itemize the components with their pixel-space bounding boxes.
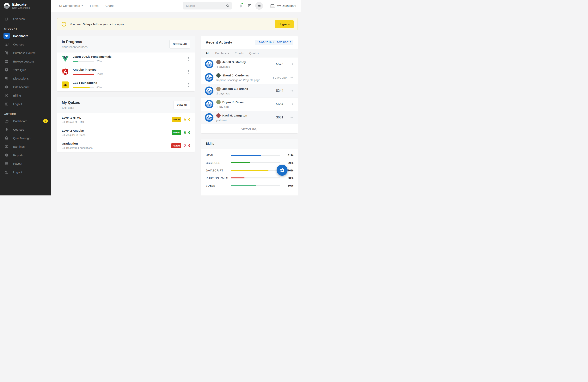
sidebar-item-label: Quiz Manager xyxy=(13,136,31,140)
pulse-logo-icon xyxy=(205,60,213,68)
date-from[interactable]: 13/03/2018 xyxy=(257,41,272,44)
sidebar-item-payout[interactable]: Payout xyxy=(0,159,51,168)
question-bubble-icon xyxy=(3,67,10,73)
activity-row[interactable]: Sherri J. Cardenas Improve spacings on P… xyxy=(201,71,298,84)
topbar-divider xyxy=(267,0,267,12)
progress-fill xyxy=(73,74,94,75)
chat-icon xyxy=(3,75,10,81)
sidebar-item-logout[interactable]: Logout xyxy=(0,100,51,108)
arrow-right-icon[interactable] xyxy=(290,76,294,79)
activity-amount: $664 xyxy=(276,102,283,106)
my-dashboard-link[interactable]: My Dashboard xyxy=(270,4,299,8)
course-row[interactable]: JS ES6 Foundations 80% xyxy=(57,78,195,91)
sidebar-item-billing[interactable]: $ Billing xyxy=(0,91,51,100)
nav-link-label: Charts xyxy=(105,4,114,8)
nav-link-ui-components[interactable]: UI Components ▼ xyxy=(59,4,83,8)
nav-link-forms[interactable]: Forms xyxy=(90,4,99,8)
bell-icon xyxy=(239,4,243,8)
sidebar-item-author-courses[interactable]: Courses xyxy=(0,125,51,134)
activity-row[interactable]: Kaci M. Langston just now $631 xyxy=(201,111,298,124)
notifications-button[interactable] xyxy=(237,2,244,10)
kebab-menu-icon[interactable] xyxy=(187,82,190,88)
skill-name: VUEJS xyxy=(206,184,231,187)
chevron-down-icon: ▼ xyxy=(81,5,83,7)
notification-dot xyxy=(242,3,243,4)
skill-percent: 50% xyxy=(285,184,294,187)
search-icon[interactable] xyxy=(226,4,229,8)
browse-all-button[interactable]: Browse All xyxy=(169,40,190,48)
sidebar-item-label: Reports xyxy=(13,153,23,157)
search-input[interactable] xyxy=(186,4,226,8)
brand: Educate Next Generation xyxy=(0,0,51,12)
sidebar-item-label: Courses xyxy=(13,43,24,46)
quiz-row[interactable]: Level 2 Angular Angular in Steps Great 9… xyxy=(57,126,195,139)
arrow-right-icon[interactable] xyxy=(290,62,294,66)
sidebar-item-earnings[interactable]: $ Earnings xyxy=(0,142,51,151)
sidebar-item-overview[interactable]: Overview xyxy=(0,15,51,23)
skill-name: HTML xyxy=(206,154,231,157)
kebab-menu-icon[interactable] xyxy=(187,69,190,75)
tab-all[interactable]: All xyxy=(206,49,209,57)
date-to[interactable]: 20/03/2018 xyxy=(277,41,291,44)
alert-text-suffix: on your subscription xyxy=(98,22,125,26)
upgrade-button[interactable]: Upgrade xyxy=(275,20,294,28)
progress-bar xyxy=(73,61,94,62)
activity-meta: 4 days ago xyxy=(216,65,246,68)
skill-percent: 28% xyxy=(285,176,294,180)
arrow-right-icon[interactable] xyxy=(290,116,294,120)
skill-bar xyxy=(231,155,280,156)
avatar xyxy=(216,100,221,104)
dollar-circle-icon: $ xyxy=(3,92,10,99)
sidebar-item-take-quiz[interactable]: Take Quiz xyxy=(0,66,51,74)
activity-row[interactable]: Jenell D. Matney 4 days ago $573 xyxy=(201,58,298,71)
vuejs-logo-icon xyxy=(62,55,69,62)
course-row[interactable]: Learn Vue.js Fundamentals 25% xyxy=(57,52,195,65)
sidebar-item-quiz-manager[interactable]: Quiz Manager xyxy=(0,134,51,142)
alert-text: You have 5 days left on your subscriptio… xyxy=(70,22,125,26)
tab-purchases[interactable]: Purchases xyxy=(215,49,229,57)
quiz-row[interactable]: Level 1 HTML Basics of HTML Good 5.8 xyxy=(57,113,195,126)
logout-icon xyxy=(3,169,10,175)
sidebar-item-author-dashboard[interactable]: Dashboard 8 xyxy=(0,117,51,125)
sidebar-item-label: Purchase Course xyxy=(13,51,36,55)
sidebar-item-reports[interactable]: Reports xyxy=(0,151,51,159)
my-quizzes-card: My Quizes Skill tests View all Level 1 H… xyxy=(57,97,195,152)
quiz-title: Graduation xyxy=(62,142,93,145)
date-range-picker[interactable]: 13/03/2018 to 20/03/2018 xyxy=(255,40,293,45)
quiz-title: Level 2 Angular xyxy=(62,129,85,132)
view-all-button[interactable]: View all xyxy=(173,101,190,109)
sidebar-item-author-logout[interactable]: Logout xyxy=(0,168,51,176)
sidebar-item-discussions[interactable]: Discussions xyxy=(0,74,51,83)
activity-meta: 1 day ago xyxy=(216,105,243,108)
activity-user-name: Kaci M. Langston xyxy=(222,114,247,117)
monitor-plus-icon xyxy=(62,121,65,123)
activity-view-all-button[interactable]: View All (54) xyxy=(201,124,298,133)
calendar-button[interactable] xyxy=(246,2,253,10)
arrow-right-icon[interactable] xyxy=(290,102,294,106)
tab-emails[interactable]: Emails xyxy=(235,49,243,57)
flag-button[interactable] xyxy=(255,2,263,10)
activity-row[interactable]: Bryan K. Davis 1 day ago $664 xyxy=(201,98,298,111)
activity-row[interactable]: Joseph S. Ferland 2 days ago $244 xyxy=(201,84,298,98)
sidebar-section-author: AUTHOR xyxy=(0,108,51,117)
sidebar-item-courses[interactable]: Courses xyxy=(0,40,51,49)
quiz-row[interactable]: Graduation Bootstrap Foundations Failed … xyxy=(57,139,195,152)
skills-view-all-button[interactable]: View All xyxy=(201,193,298,196)
angular-logo-icon xyxy=(62,68,69,75)
sidebar-item-label: Earnings xyxy=(13,145,25,148)
nav-link-charts[interactable]: Charts xyxy=(105,4,114,8)
sidebar-item-purchase-course[interactable]: Purchase Course xyxy=(0,49,51,57)
course-row[interactable]: Angular in Steps 100% xyxy=(57,65,195,78)
tab-quotes[interactable]: Quotes xyxy=(249,49,259,57)
brand-name: Educate xyxy=(12,2,30,7)
sidebar-item-dashboard[interactable]: Dashboard xyxy=(0,32,51,40)
sidebar-item-browse-lessons[interactable]: Browse Lessons xyxy=(0,57,51,66)
kebab-menu-icon[interactable] xyxy=(187,56,190,62)
arrow-right-icon[interactable] xyxy=(290,89,294,93)
progress-bar xyxy=(73,87,94,88)
activity-time: 3 days ago xyxy=(273,76,287,79)
skill-row: RUBY ON RAILS 28% xyxy=(206,176,294,180)
sidebar-item-edit-account[interactable]: Edit Account xyxy=(0,83,51,91)
settings-fab-button[interactable] xyxy=(276,165,288,176)
alert-text-prefix: You have xyxy=(70,22,83,26)
